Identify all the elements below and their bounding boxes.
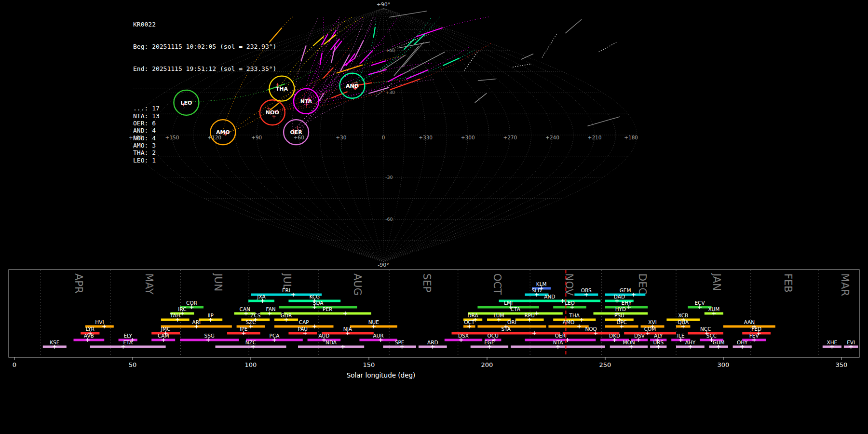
plot-stage: +180+150+120+90+60+300+330+300+270+240+2… bbox=[0, 0, 868, 434]
shower-bar-NZC bbox=[216, 346, 286, 348]
shower-bar-label-EVI: EVI bbox=[847, 339, 855, 345]
x-axis-tick-label: 50 bbox=[129, 361, 137, 368]
month-label-AUG: AUG bbox=[352, 273, 363, 296]
sporadic-meteor-streak bbox=[521, 54, 533, 60]
dec-tick-label: -30 bbox=[385, 175, 393, 180]
sporadic-meteor-streak bbox=[389, 11, 427, 17]
shower-bar-label-XHE: XHE bbox=[827, 339, 838, 345]
month-label-APR: APR bbox=[73, 273, 84, 294]
shower-bar-label-FEV: FEV bbox=[749, 333, 760, 339]
shower-bar-ORI bbox=[477, 326, 546, 328]
shower-bar-label-TAH: TAH bbox=[170, 312, 180, 318]
shower-bar-label-ALY: ALY bbox=[654, 333, 663, 339]
shower-bar-label-IRC: IRC bbox=[178, 306, 186, 312]
meteor-streak-AND bbox=[374, 27, 375, 37]
ra-tick-label: +270 bbox=[503, 135, 517, 140]
meteor-streak-NTA bbox=[406, 70, 428, 79]
shower-bar-GEM bbox=[605, 294, 645, 296]
shower-count-row: NTA: 13 bbox=[133, 112, 276, 120]
dec-tick-label: +60 bbox=[385, 48, 395, 53]
shower-bar-EHY bbox=[605, 306, 648, 309]
shower-bar-label-DSX: DSX bbox=[458, 333, 469, 339]
shower-bar-label-DKD: DKD bbox=[609, 333, 620, 339]
ra-tick-label: +180 bbox=[624, 135, 638, 140]
shower-bar-label-OBS: OBS bbox=[581, 287, 592, 293]
shower-bar-label-DPC: DPC bbox=[616, 319, 627, 325]
x-axis-tick-label: 200 bbox=[481, 361, 493, 368]
shower-bar-label-URS: URS bbox=[653, 339, 664, 345]
shower-bar-label-ORI: ORI bbox=[507, 319, 516, 325]
sporadic-meteor-streak bbox=[587, 117, 620, 126]
meteor-streak-OER bbox=[301, 46, 306, 62]
shower-bar-label-AUR: AUR bbox=[373, 333, 384, 339]
shower-bar-PAU bbox=[288, 332, 317, 335]
shower-bar-label-PCA: PCA bbox=[270, 333, 280, 339]
shower-bar-label-DAD: DAD bbox=[614, 294, 625, 299]
shower-bar-label-ARD: ARD bbox=[427, 339, 438, 345]
shower-bar-label-KLM: KLM bbox=[536, 281, 547, 287]
meteor-streak-AND bbox=[443, 58, 460, 66]
shower-bar-label-DRA: DRA bbox=[468, 312, 479, 318]
shower-bar-label-HVI: HVI bbox=[95, 319, 104, 325]
radiant-label-AND: AND bbox=[346, 83, 359, 89]
shower-count-row: ...: 17 bbox=[133, 105, 276, 112]
shower-bar-label-CTA: CTA bbox=[511, 306, 521, 312]
shower-bar-LEO bbox=[553, 306, 586, 309]
shower-bar-label-STA: STA bbox=[501, 326, 511, 332]
shower-bar-label-XUM: XUM bbox=[708, 306, 719, 312]
sporadic-meteor-streak bbox=[542, 34, 557, 58]
shower-bar-SPE bbox=[383, 346, 416, 348]
sporadic-meteor-streak bbox=[475, 93, 487, 102]
shower-bar-label-PAU: PAU bbox=[298, 326, 308, 332]
month-label-NOV: NOV bbox=[563, 273, 575, 296]
shower-bar-label-SPE: SPE bbox=[395, 339, 405, 345]
shower-bar-label-OCU: OCU bbox=[488, 333, 499, 339]
x-axis-tick-label: 350 bbox=[836, 361, 848, 368]
shower-bar-label-ECV: ECV bbox=[694, 300, 705, 306]
radiant-label-THA: THA bbox=[276, 86, 288, 92]
pole-label-south: -90° bbox=[378, 262, 389, 268]
shower-bar-label-NUE: NUE bbox=[368, 319, 379, 325]
sporadic-meteor-streak bbox=[379, 55, 406, 72]
shower-bar-label-KCG: KCG bbox=[309, 294, 320, 299]
shower-bar-label-FED: FED bbox=[751, 326, 761, 332]
shower-bar-label-NIA: NIA bbox=[343, 326, 353, 332]
shower-bar-label-IPE: IPE bbox=[240, 326, 247, 332]
month-label-MAR: MAR bbox=[839, 273, 851, 296]
meteor-streak-NTA bbox=[360, 51, 372, 63]
shower-bar-label-PSU: PSU bbox=[614, 312, 624, 318]
shower-bar-label-PER: PER bbox=[323, 306, 332, 312]
ra-tick-label: +300 bbox=[461, 135, 475, 140]
shower-bar-label-COM: COM bbox=[644, 326, 656, 332]
shower-bar-label-LYR: LYR bbox=[86, 326, 95, 332]
month-label-SEP: SEP bbox=[421, 273, 433, 292]
shower-bar-label-NZC: NZC bbox=[245, 339, 256, 345]
shower-bar-label-FAN: FAN bbox=[266, 306, 276, 312]
shower-bar-label-CAP: CAP bbox=[299, 319, 309, 325]
x-axis-tick-label: 250 bbox=[599, 361, 611, 368]
meteor-track-AND bbox=[353, 17, 376, 87]
sporadic-meteor-streak bbox=[513, 64, 531, 68]
shower-bar-label-ARI: ARI bbox=[192, 319, 201, 325]
shower-bar-CTA bbox=[468, 312, 563, 315]
shower-bar-label-SCC: SCC bbox=[706, 333, 717, 339]
shower-bar-label-OER: OER bbox=[555, 333, 566, 339]
shower-bar-label-SSG: SSG bbox=[204, 333, 215, 339]
shower-bar-label-ERI: ERI bbox=[282, 287, 290, 293]
month-label-DEC: DEC bbox=[637, 273, 648, 295]
shower-bar-COM bbox=[624, 332, 676, 335]
shower-bar-label-ETA: ETA bbox=[123, 339, 133, 345]
ra-tick-label: 0 bbox=[382, 135, 385, 140]
meteor-track-NTA bbox=[306, 43, 385, 103]
shower-count-row: NOO: 4 bbox=[133, 135, 276, 142]
shower-bar-label-QUA: QUA bbox=[678, 319, 689, 325]
shower-bar-label-AND: AND bbox=[544, 294, 555, 299]
shower-count-row: THA: 2 bbox=[133, 149, 276, 156]
shower-bar-label-ILE: ILE bbox=[677, 333, 685, 339]
shower-count-row: AMO: 3 bbox=[133, 142, 276, 149]
x-axis-tick-label: 300 bbox=[718, 361, 730, 368]
shower-bar-label-AHY: AHY bbox=[685, 339, 696, 345]
shower-bar-LMI bbox=[477, 306, 539, 309]
ra-tick-label: +240 bbox=[545, 135, 559, 140]
month-label-MAY: MAY bbox=[143, 273, 155, 295]
